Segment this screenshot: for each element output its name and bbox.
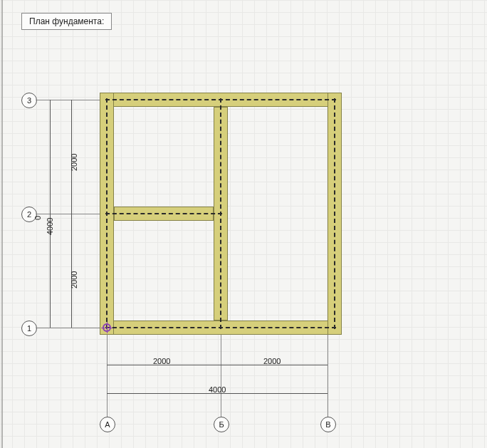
- dim-line-v2: [50, 100, 51, 328]
- dim-2000-r: 2000: [263, 357, 281, 365]
- dim-4000-l: 4000: [46, 218, 54, 235]
- axis-bubble-1: 1: [21, 321, 37, 336]
- ext-row-2: [36, 214, 100, 214]
- dim-2000-up: 2000: [70, 154, 78, 171]
- dim-4000-b: 4000: [209, 385, 226, 394]
- dim-2000-low: 2000: [70, 271, 78, 288]
- axis-label: Б: [219, 420, 224, 429]
- background-grid: [0, 0, 487, 448]
- dim-line-v1: [71, 100, 72, 328]
- dim-0: 0: [33, 216, 42, 220]
- ext-col-b: [221, 335, 221, 417]
- axis-bubble-v: В: [320, 417, 336, 432]
- dim-line-h1: [107, 365, 328, 365]
- axis-label: А: [105, 420, 110, 429]
- axis-bubble-a: А: [100, 417, 115, 432]
- title-box: План фундамента:: [21, 13, 112, 30]
- axis-bubble-3: 3: [21, 93, 37, 108]
- axis-label: 2: [27, 210, 31, 219]
- axis-label: В: [325, 420, 330, 429]
- ext-row-3: [36, 100, 100, 100]
- dim-2000-l: 2000: [153, 357, 170, 365]
- dash-inner-h: [105, 213, 222, 214]
- origin-marker: [103, 323, 111, 332]
- ext-col-a: [107, 335, 108, 417]
- dash-right: [334, 98, 335, 329]
- axis-label: 1: [27, 324, 31, 333]
- axis-label: 3: [27, 96, 31, 105]
- left-separator: [1, 0, 3, 448]
- axis-bubble-b: Б: [214, 417, 229, 432]
- title-text: План фундамента:: [29, 16, 104, 26]
- ext-col-v: [328, 335, 328, 417]
- ext-row-1: [36, 328, 100, 328]
